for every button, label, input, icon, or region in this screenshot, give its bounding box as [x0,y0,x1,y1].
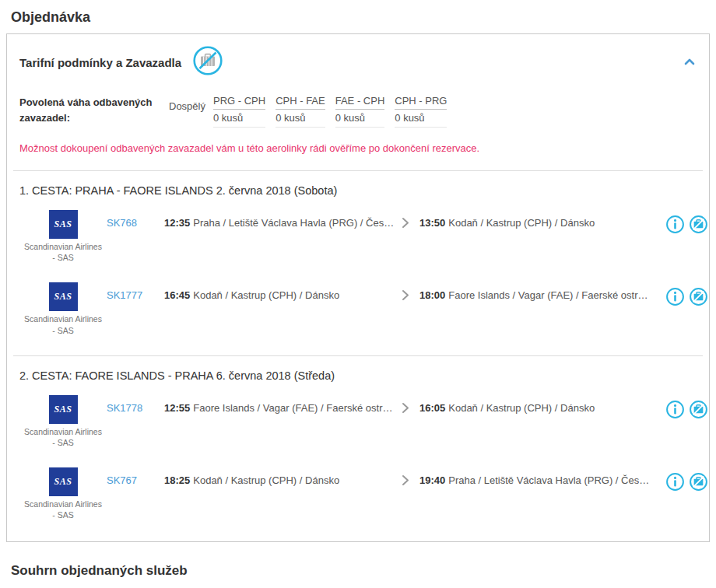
airline: SAS Scandinavian Airlines - SAS [19,395,107,448]
flight-row: SAS Scandinavian Airlines - SAS SK1777 1… [19,282,697,335]
airline-caption: Scandinavian Airlines - SAS [19,426,107,448]
departure-place: Kodaň / Kastrup (CPH) / Dánsko [193,474,339,486]
departure-segment: 12:55Faore Islands / Vagar (FAE) / Faers… [164,395,399,414]
flight-info-button[interactable] [665,287,685,306]
airline: SAS Scandinavian Airlines - SAS [19,282,107,335]
baggage-value: 0 kusů [395,110,447,128]
flight-number-link[interactable]: SK1777 [107,282,164,301]
divider [13,170,703,171]
flight-row: SAS Scandinavian Airlines - SAS SK767 18… [19,467,697,520]
arrival-place: Praha / Letiště Václava Havla (PRG) / Če… [448,474,649,486]
flight-number-link[interactable]: SK768 [107,210,164,229]
airline-caption: Scandinavian Airlines - SAS [19,241,107,263]
tariff-card-header: Tarifní podmínky a Zavazadla [19,45,697,79]
info-icon [665,482,685,494]
trip-section-2: 2. CESTA: FAORE ISLANDS - PRAHA 6. červn… [19,369,697,521]
no-baggage-icon [689,482,708,494]
divider [13,355,703,356]
route-label: CPH - FAE [276,95,325,110]
chevron-right-icon [399,210,419,229]
departure-place: Faore Islands / Vagar (FAE) / Faerské os… [193,402,392,414]
arrival-time: 19:40 [419,474,445,486]
airline-logo: SAS [49,210,78,239]
departure-time: 18:25 [164,474,190,486]
arrival-time: 18:00 [419,289,445,301]
flight-actions [665,210,708,234]
info-icon [665,297,685,309]
flight-row: SAS Scandinavian Airlines - SAS SK768 12… [19,210,697,263]
departure-time: 12:55 [164,402,190,414]
baggage-column: FAE - CPH 0 kusů [335,95,385,128]
flight-number-link[interactable]: SK767 [107,467,164,486]
arrival-place: Faore Islands / Vagar (FAE) / Faerské os… [448,289,648,301]
baggage-value: 0 kusů [213,110,265,128]
info-icon [665,225,685,236]
flight-baggage-button[interactable] [689,400,708,419]
summary-title: Souhrn objednaných služeb [11,563,716,579]
trip-section-1: 1. CESTA: PRAHA - FAORE ISLANDS 2. červn… [19,184,697,336]
flight-row: SAS Scandinavian Airlines - SAS SK1778 1… [19,395,697,448]
baggage-notice: Možnost dokoupení odbavených zavazadel v… [19,142,697,154]
departure-place: Praha / Letiště Václava Havla (PRG) / Če… [193,217,394,229]
route-label: PRG - CPH [213,95,265,110]
arrival-segment: 16:05Kodaň / Kastrup (CPH) / Dánsko [419,395,665,414]
info-icon [665,410,685,422]
departure-segment: 12:35Praha / Letiště Václava Havla (PRG)… [164,210,399,229]
trip-title: 2. CESTA: FAORE ISLANDS - PRAHA 6. červn… [19,369,697,382]
baggage-column: PRG - CPH 0 kusů [213,95,265,128]
departure-time: 16:45 [164,289,190,301]
airline-logo: SAS [49,282,78,311]
baggage-allowance-label: Povolená váha odbavených zavazadel: [19,95,169,128]
baggage-column: CPH - PRG 0 kusů [395,95,447,128]
flight-info-button[interactable] [665,215,685,234]
chevron-right-icon [399,467,419,486]
departure-time: 12:35 [164,217,190,229]
flight-actions [665,282,708,306]
baggage-column: CPH - FAE 0 kusů [276,95,325,128]
flight-baggage-button[interactable] [689,287,708,306]
airline-caption: Scandinavian Airlines - SAS [19,313,107,335]
arrival-place: Kodaň / Kastrup (CPH) / Dánsko [448,402,595,414]
no-baggage-icon [689,225,708,236]
baggage-allowance: Povolená váha odbavených zavazadel: Dosp… [19,95,697,128]
page-title: Objednávka [11,9,716,26]
tariff-card-title: Tarifní podmínky a Zavazadla [19,56,181,69]
baggage-value: 0 kusů [276,110,325,128]
airline: SAS Scandinavian Airlines - SAS [19,467,107,520]
airline: SAS Scandinavian Airlines - SAS [19,210,107,263]
no-baggage-icon [192,45,223,79]
tariff-card: Tarifní podmínky a Zavazadla Povolená vá… [6,33,710,542]
chevron-right-icon [399,395,419,414]
arrival-segment: 13:50Kodaň / Kastrup (CPH) / Dánsko [419,210,665,229]
arrival-place: Kodaň / Kastrup (CPH) / Dánsko [448,217,595,229]
airline-logo: SAS [49,395,78,424]
airline-logo: SAS [49,467,78,496]
departure-segment: 16:45Kodaň / Kastrup (CPH) / Dánsko [164,282,399,301]
arrival-time: 16:05 [419,402,445,414]
route-label: CPH - PRG [395,95,447,110]
baggage-value: 0 kusů [335,110,385,128]
flight-number-link[interactable]: SK1778 [107,395,164,414]
baggage-allowance-table: Dospělý PRG - CPH 0 kusů CPH - FAE 0 kus… [169,95,457,128]
departure-segment: 18:25Kodaň / Kastrup (CPH) / Dánsko [164,467,399,486]
chevron-right-icon [399,282,419,301]
no-baggage-icon [689,410,708,422]
chevron-up-icon [684,56,695,68]
airline-caption: Scandinavian Airlines - SAS [19,499,107,520]
arrival-segment: 19:40Praha / Letiště Václava Havla (PRG)… [419,467,665,486]
flight-baggage-button[interactable] [689,472,708,492]
departure-place: Kodaň / Kastrup (CPH) / Dánsko [193,289,339,301]
flight-actions [665,395,708,419]
flight-info-button[interactable] [665,400,685,419]
collapse-toggle-button[interactable] [684,58,695,65]
flight-baggage-button[interactable] [689,215,708,234]
baggage-passenger-column: Dospělý [169,95,205,128]
flight-info-button[interactable] [665,472,685,492]
trip-title: 1. CESTA: PRAHA - FAORE ISLANDS 2. červn… [19,184,697,197]
arrival-time: 13:50 [419,217,445,229]
flight-actions [665,467,708,492]
passenger-type: Dospělý [169,98,205,116]
route-label: FAE - CPH [335,95,385,110]
arrival-segment: 18:00Faore Islands / Vagar (FAE) / Faers… [419,282,665,301]
no-baggage-icon [689,297,708,309]
